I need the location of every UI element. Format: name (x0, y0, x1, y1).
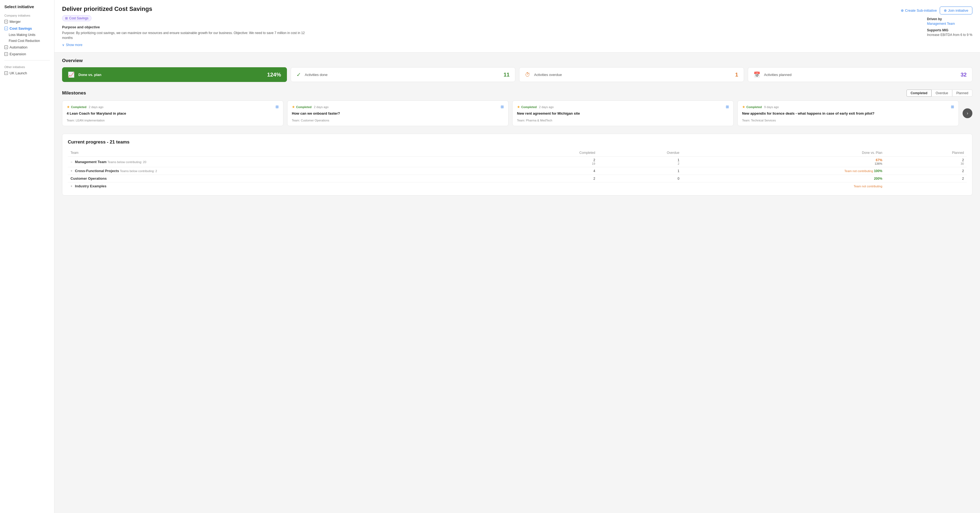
expand-management-team[interactable]: − (70, 160, 72, 164)
progress-section: Current progress - 21 teams Team Complet… (62, 134, 972, 196)
sidebar-item-loss-making[interactable]: Loss Making Units (0, 32, 54, 38)
link-icon-2[interactable]: ⊞ (726, 105, 729, 109)
main-content: Deliver prioritized Cost Savings ⊞ Cost … (54, 0, 980, 513)
calendar-icon: 📅 (754, 71, 760, 78)
link-icon-0[interactable]: ⊞ (275, 105, 279, 109)
milestone-team-0: Team: LEAN implementation (67, 119, 279, 122)
expand-cross-functional[interactable]: + (70, 169, 72, 173)
milestone-status-3: ★ Completed 9 days ago (742, 105, 779, 109)
completed-cell-1: 4 (498, 167, 598, 175)
team-sub-1: Teams below contributing: 2 (120, 169, 157, 173)
link-icon-1[interactable]: ⊞ (501, 105, 504, 109)
milestone-date-3: 9 days ago (764, 105, 779, 108)
milestone-card-2: ★ Completed 2 days ago ⊞ New rent agreem… (512, 100, 733, 126)
milestone-status-label-0: Completed (71, 105, 87, 108)
completed-cell-0: 2 19 (498, 156, 598, 167)
sidebar-item-cost-savings-label: Cost Savings (10, 26, 32, 30)
sidebar-divider (4, 60, 50, 61)
tab-completed[interactable]: Completed (907, 89, 932, 97)
expand-icon-automation: + (4, 45, 8, 49)
milestone-team-1: Team: Customer Operations (292, 119, 504, 122)
activities-done-card: ✓ Activities done 11 (291, 67, 515, 82)
done-vs-plan-label: Done vs. plan (78, 73, 263, 77)
done-vs-plan-val-1: 100% (874, 169, 882, 173)
create-sub-label: Create Sub-initiative (905, 8, 937, 13)
milestone-title-2: New rent agreement for Michigan site (517, 111, 729, 116)
done-vs-plan-cell-1: Team not contributing 100% (682, 167, 885, 175)
progress-table: Team Completed Overdue Done vs. Plan Pla… (68, 149, 967, 190)
planned-cell-1: 2 (885, 167, 967, 175)
milestone-status-2: ★ Completed 2 days ago (517, 105, 554, 109)
activities-overdue-label: Activities overdue (534, 73, 731, 77)
sidebar-item-merger[interactable]: + Merger (0, 18, 54, 25)
company-initiatives-label: Company initiatives (0, 12, 54, 18)
table-row-management-team: − Management Team Teams below contributi… (68, 156, 967, 167)
tab-planned[interactable]: Planned (952, 89, 972, 97)
other-initiatives-label: Other initiatives (0, 63, 54, 70)
expand-industry-examples[interactable]: + (70, 184, 72, 188)
milestone-header-1: ★ Completed 2 days ago ⊞ (292, 105, 504, 109)
activities-planned-label: Activities planned (764, 73, 957, 77)
expand-icon-expansion: + (4, 52, 8, 56)
cost-savings-badge: ⊞ Cost Savings (62, 15, 91, 21)
sidebar-item-uk-launch[interactable]: + UK Launch (0, 70, 54, 76)
milestone-status-label-2: Completed (521, 105, 537, 108)
show-more-label: Show more (66, 43, 83, 47)
sidebar-item-expansion[interactable]: + Expansion (0, 51, 54, 57)
progress-table-body: − Management Team Teams below contributi… (68, 156, 967, 190)
sidebar-item-cost-savings[interactable]: − Cost Savings (0, 25, 54, 32)
expand-icon-merger: + (4, 20, 8, 24)
sidebar-item-automation[interactable]: + Automation (0, 44, 54, 51)
page-content: Overview 📈 Done vs. plan 124% ✓ Activiti… (54, 53, 980, 206)
badge-label: Cost Savings (69, 16, 89, 20)
milestone-card-0: ★ Completed 2 days ago ⊞ 4 Lean Coach fo… (62, 100, 283, 126)
activities-planned-card: 📅 Activities planned 32 (748, 67, 973, 82)
done-vs-plan-value: 124% (267, 72, 281, 78)
join-initiative-button[interactable]: ⊕ Join initiative (940, 6, 972, 14)
milestone-status-1: ★ Completed 2 days ago (292, 105, 329, 109)
planned-cell-0: 2 30 (885, 156, 967, 167)
team-cell-3: + Industry Examples (68, 182, 498, 190)
milestone-date-2: 2 days ago (539, 105, 554, 108)
expand-icon-uk-launch: + (4, 71, 8, 75)
milestone-title-0: 4 Lean Coach for Maryland in place (67, 111, 279, 116)
sidebar-item-loss-making-label: Loss Making Units (9, 33, 35, 37)
tab-overdue[interactable]: Overdue (932, 89, 952, 97)
activities-overdue-card: ⏱ Activities overdue 1 (519, 67, 744, 82)
overdue-sub-0: 2 (601, 162, 679, 165)
not-contributing-3: Team not contributing (854, 185, 882, 188)
driven-by-label: Driven by (927, 17, 972, 21)
purpose-label: Purpose and objective (62, 25, 307, 29)
col-completed: Completed (498, 149, 598, 156)
sidebar: Select initiative Company initiatives + … (0, 0, 54, 513)
milestone-date-1: 2 days ago (314, 105, 329, 108)
overview-cards: 📈 Done vs. plan 124% ✓ Activities done 1… (62, 67, 972, 82)
show-more-button[interactable]: ∨ Show more (62, 40, 307, 48)
check-icon: ✓ (296, 71, 301, 78)
progress-table-header-row: Team Completed Overdue Done vs. Plan Pla… (68, 149, 967, 156)
milestone-next-button[interactable]: › (963, 108, 972, 118)
planned-cell-3 (885, 182, 967, 190)
milestone-title-1: How can we onboard faster? (292, 111, 504, 116)
not-contributing-1: Team not contributing (845, 169, 873, 173)
milestone-title-3: New appendix for licence deals - what ha… (742, 111, 954, 116)
link-icon-3[interactable]: ⊞ (951, 105, 954, 109)
planned-cell-2: 2 (885, 175, 967, 182)
chevron-down-icon: ∨ (62, 43, 65, 47)
driven-by-value[interactable]: Management Team (927, 22, 972, 25)
mig-value: Increase EBITDA from 6 to 9 % (927, 33, 972, 37)
overdue-cell-3 (598, 182, 682, 190)
sidebar-item-merger-label: Merger (10, 20, 21, 24)
team-sub-0: Teams below contributing: 20 (108, 160, 146, 164)
milestone-nav: › (963, 100, 972, 126)
activities-planned-value: 32 (961, 72, 967, 78)
team-name-2: Customer Operations (70, 177, 107, 180)
milestones-title: Milestones (62, 91, 86, 96)
col-overdue: Overdue (598, 149, 682, 156)
sidebar-item-fixed-cost[interactable]: Fixed Cost Reduction (0, 38, 54, 44)
team-cell-1: + Cross-Functional Projects Teams below … (68, 167, 498, 175)
milestone-card-3: ★ Completed 9 days ago ⊞ New appendix fo… (737, 100, 959, 126)
plus-circle-icon: ⊕ (901, 8, 904, 13)
create-sub-initiative-button[interactable]: ⊕ Create Sub-initiative (901, 8, 937, 13)
page-title: Deliver prioritized Cost Savings (62, 5, 307, 13)
